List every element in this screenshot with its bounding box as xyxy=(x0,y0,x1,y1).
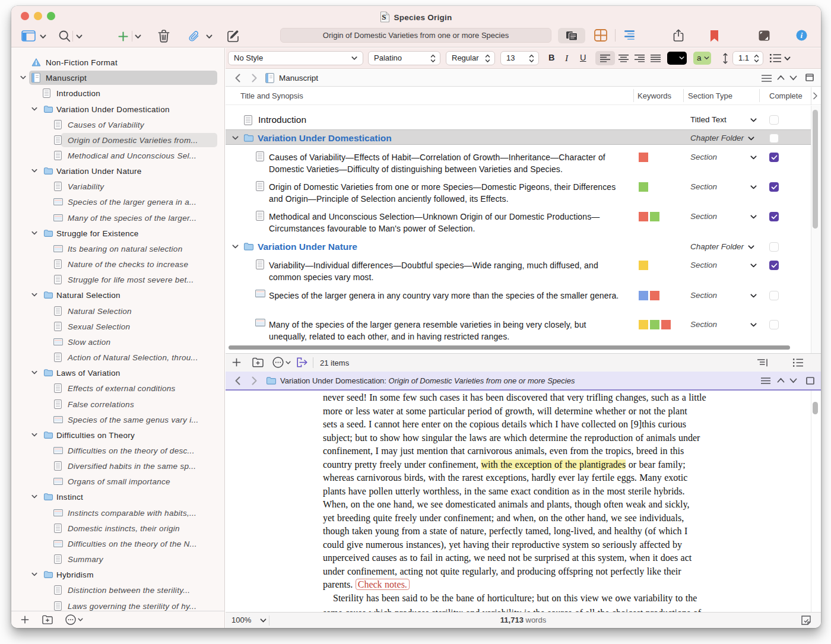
svg-text:i: i xyxy=(801,31,803,40)
svg-text:S: S xyxy=(382,12,386,21)
